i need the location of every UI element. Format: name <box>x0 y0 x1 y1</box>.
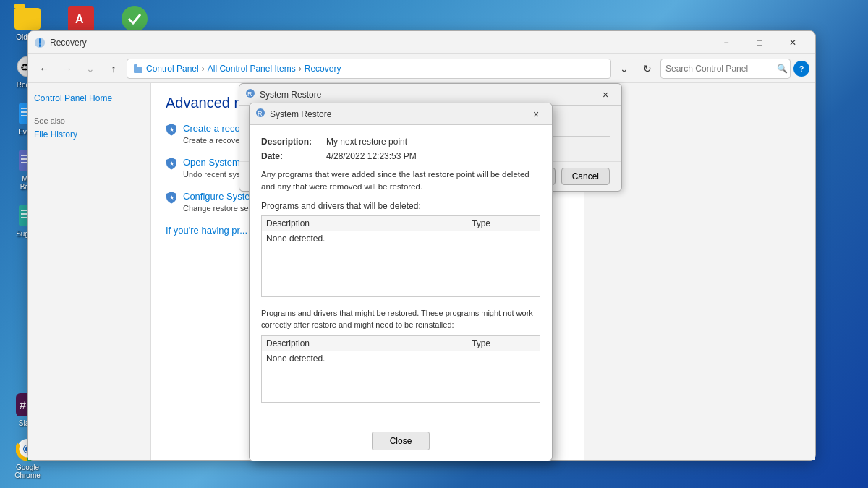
folder-icon <box>14 6 41 32</box>
svg-text:★: ★ <box>169 160 174 167</box>
svg-rect-22 <box>134 64 137 67</box>
sr-fg-deleted-col-desc: Description <box>262 216 467 231</box>
sr-fg-date-value: 4/28/2022 12:23:53 PM <box>326 151 417 161</box>
sr-bg-close-button[interactable]: × <box>595 85 616 105</box>
help-button[interactable]: ? <box>793 61 809 77</box>
configure-system-link[interactable]: Configure Syste... <box>183 191 258 202</box>
sr-fg-deleted-table: Description Type None detected. <box>262 216 540 296</box>
sr-fg-restored-table: Description Type None detected. <box>262 336 540 402</box>
sr-bg-icon: R <box>245 88 255 100</box>
sr-fg-restored-row-type <box>467 351 540 366</box>
close-button[interactable]: ✕ <box>776 31 809 54</box>
sr-fg-deleted-title: Programs and drivers that will be delete… <box>261 201 540 211</box>
recovery-titlebar: Recovery − □ ✕ <box>28 31 815 54</box>
acrobat-icon: A <box>68 6 94 32</box>
svg-text:A: A <box>75 13 84 25</box>
table-row: None detected. <box>262 231 540 246</box>
recent-button[interactable]: ⌄ <box>80 59 101 79</box>
desktop: Old F... A ♻ <box>0 0 868 488</box>
recovery-titlebar-icon <box>34 37 46 48</box>
sr-fg-deleted-col-type: Type <box>467 216 540 231</box>
svg-text:★: ★ <box>169 127 174 133</box>
sr-fg-description-value: My next restore point <box>326 137 407 147</box>
chrome-label: Google Chrome <box>6 463 49 479</box>
titlebar-controls: − □ ✕ <box>710 31 809 54</box>
sr-fg-deleted-row-desc: None detected. <box>262 231 467 246</box>
up-button[interactable]: ↑ <box>103 59 124 79</box>
search-box[interactable]: 🔍 <box>660 59 791 79</box>
back-button[interactable]: ← <box>34 59 54 79</box>
sr-fg-content: Description: My next restore point Date:… <box>250 125 552 424</box>
sr-fg-close-btn[interactable]: Close <box>372 432 430 450</box>
address-bar: ← → ⌄ ↑ Control Panel › All Control Pane… <box>28 54 815 83</box>
system-restore-fg-dialog: R System Restore × Description: My next … <box>249 103 553 461</box>
breadcrumb-recovery[interactable]: Recovery <box>305 64 341 74</box>
dropdown-button[interactable]: ⌄ <box>614 59 634 79</box>
search-icon: 🔍 <box>777 64 788 74</box>
sidebar: Control Panel Home See also File History <box>28 83 151 460</box>
sr-fg-footer: Close <box>250 424 552 461</box>
svg-rect-21 <box>134 67 142 73</box>
sr-fg-restored-notice: Programs and drivers that might be resto… <box>261 307 540 331</box>
configure-system-desc: Change restore set... <box>183 204 258 213</box>
cancel-button[interactable]: Cancel <box>561 168 610 185</box>
sr-fg-icon: R <box>255 108 265 120</box>
sidebar-control-panel-home[interactable]: Control Panel Home <box>34 92 145 105</box>
address-path[interactable]: Control Panel › All Control Panel Items … <box>127 59 611 79</box>
svg-text:★: ★ <box>169 194 174 201</box>
sr-fg-close-button[interactable]: × <box>526 104 546 124</box>
sidebar-file-history[interactable]: File History <box>34 128 145 141</box>
green-app-icon <box>122 6 148 32</box>
sr-fg-title: System Restore <box>270 109 526 119</box>
sr-fg-deleted-table-container: Description Type None detected. <box>261 215 540 297</box>
sr-bg-title: System Restore <box>260 90 595 100</box>
having-problems-link[interactable]: If you're having pr... <box>166 225 247 236</box>
forward-button[interactable]: → <box>57 59 77 79</box>
minimize-button[interactable]: − <box>710 31 743 54</box>
shield-icon-configure: ★ <box>166 191 177 204</box>
sr-fg-restored-row-desc: None detected. <box>262 351 467 366</box>
maximize-button[interactable]: □ <box>743 31 776 54</box>
sr-fg-description-row: Description: My next restore point <box>261 137 540 147</box>
breadcrumb-control-panel[interactable]: Control Panel <box>146 64 199 74</box>
sr-fg-restored-col-desc: Description <box>262 336 467 351</box>
svg-text:R: R <box>247 90 252 98</box>
sr-fg-notice: Any programs that were added since the l… <box>261 168 540 194</box>
sr-fg-deleted-row-type <box>467 231 540 246</box>
table-row: None detected. <box>262 351 540 366</box>
sr-fg-date-row: Date: 4/28/2022 12:23:53 PM <box>261 151 540 161</box>
sr-fg-titlebar: R System Restore × <box>250 103 552 125</box>
svg-text:#: # <box>20 399 26 411</box>
path-icon <box>133 64 143 74</box>
sr-fg-date-label: Date: <box>261 151 326 161</box>
search-input[interactable] <box>665 64 774 74</box>
recovery-window-title: Recovery <box>50 38 710 48</box>
sidebar-see-also: See also File History <box>34 116 145 141</box>
sr-fg-restored-table-container: Description Type None detected. <box>261 335 540 403</box>
sr-fg-description-label: Description: <box>261 137 326 147</box>
shield-icon-open: ★ <box>166 157 177 170</box>
breadcrumb-all-items[interactable]: All Control Panel Items <box>208 64 296 74</box>
shield-icon-create: ★ <box>166 123 177 136</box>
sr-fg-restored-col-type: Type <box>467 336 540 351</box>
svg-text:R: R <box>258 110 263 117</box>
see-also-label: See also <box>34 116 145 125</box>
refresh-button[interactable]: ↻ <box>637 59 658 79</box>
